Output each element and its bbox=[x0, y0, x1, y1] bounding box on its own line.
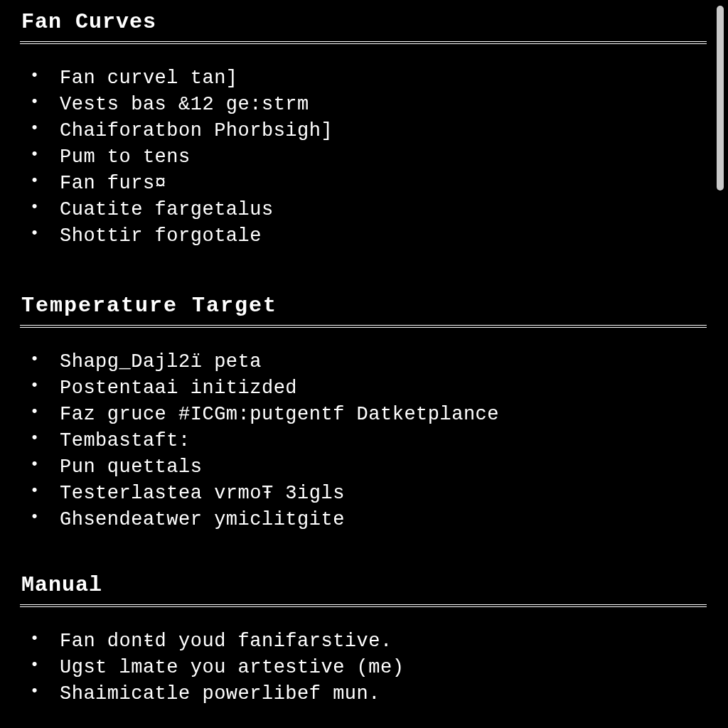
list-item[interactable]: Ghsendeatwer ymiclitgite bbox=[30, 507, 711, 533]
list-item[interactable]: Shaimicatle powerlibef mun. bbox=[30, 681, 711, 707]
manual-list: Fan donŧd youd fanifarstive. Ugst lmate … bbox=[20, 628, 711, 707]
section-rule bbox=[20, 604, 707, 607]
section-manual: Manual Fan donŧd youd fanifarstive. Ugst… bbox=[20, 573, 711, 707]
list-item[interactable]: Postentaai initizded bbox=[30, 375, 711, 402]
list-item[interactable]: Chaiforatbon Phorbsigh] bbox=[30, 118, 711, 144]
list-item[interactable]: Shottir forgotale bbox=[30, 223, 711, 250]
section-title-temperature-target: Temperature Target bbox=[20, 294, 711, 318]
section-rule bbox=[20, 325, 707, 328]
list-item[interactable]: Shapg_Dajl2ï peta bbox=[30, 349, 711, 375]
scrollbar-track[interactable] bbox=[717, 6, 724, 205]
list-item[interactable]: Pun quettals bbox=[30, 454, 711, 481]
fan-curves-list: Fan curvel tan] Vests bas &12 ge:strm Ch… bbox=[20, 65, 711, 250]
list-item[interactable]: Fan furs¤ bbox=[30, 171, 711, 197]
list-item[interactable]: Tembastaft: bbox=[30, 428, 711, 454]
section-temperature-target: Temperature Target Shapg_Dajl2ï peta Pos… bbox=[20, 294, 711, 533]
list-item[interactable]: Pum to tens bbox=[30, 144, 711, 171]
list-item[interactable]: Fan donŧd youd fanifarstive. bbox=[30, 628, 711, 655]
scrollbar-thumb[interactable] bbox=[717, 6, 724, 191]
temperature-target-list: Shapg_Dajl2ï peta Postentaai initizded F… bbox=[20, 349, 711, 533]
list-item[interactable]: Faz gruce #ICGm:putgentf Datketplance bbox=[30, 402, 711, 428]
list-item[interactable]: Fan curvel tan] bbox=[30, 65, 711, 92]
section-rule bbox=[20, 41, 707, 44]
section-fan-curves: Fan Curves Fan curvel tan] Vests bas &12… bbox=[20, 10, 711, 250]
list-item[interactable]: Cuatite fargetalus bbox=[30, 197, 711, 223]
list-item[interactable]: Testerlastea vrmoŦ 3igls bbox=[30, 481, 711, 507]
section-title-fan-curves: Fan Curves bbox=[20, 10, 711, 34]
list-item[interactable]: Vests bas &12 ge:strm bbox=[30, 92, 711, 118]
settings-viewport: Fan Curves Fan curvel tan] Vests bas &12… bbox=[0, 0, 728, 728]
section-title-manual: Manual bbox=[20, 573, 711, 597]
list-item[interactable]: Ugst lmate you artestive (me) bbox=[30, 655, 711, 681]
settings-content: Fan Curves Fan curvel tan] Vests bas &12… bbox=[0, 0, 728, 707]
